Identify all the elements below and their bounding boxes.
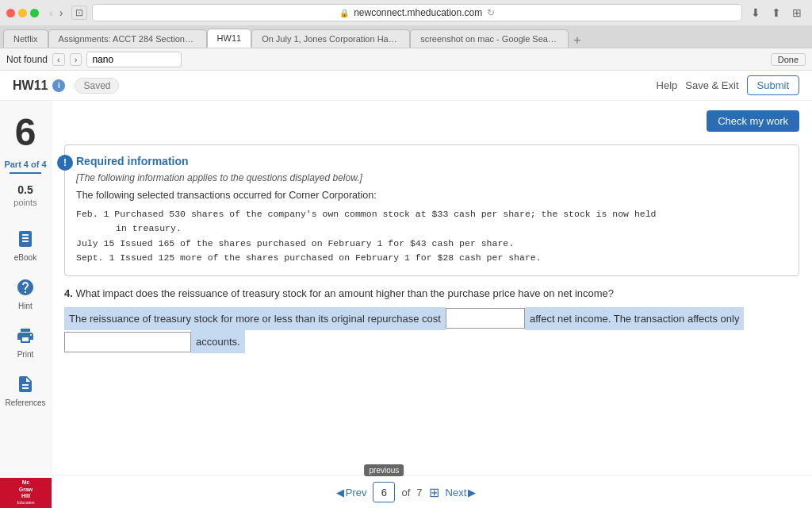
points-label: points bbox=[13, 198, 36, 207]
share-btn[interactable]: ⬆ bbox=[768, 5, 785, 21]
forward-arrow[interactable]: › bbox=[57, 6, 66, 19]
next-arrow-icon: ▶ bbox=[468, 487, 476, 498]
content-area: Check my work ! Required information [Th… bbox=[52, 101, 812, 475]
browser-controls bbox=[6, 9, 39, 17]
find-done-btn[interactable]: Done bbox=[771, 53, 806, 66]
download-btn[interactable]: ⬇ bbox=[747, 5, 764, 21]
points-value: 0.5 bbox=[17, 183, 33, 196]
ebook-icon bbox=[13, 226, 38, 252]
bottom-nav: ◀ Prev previous of 7 ⊞ Next ▶ bbox=[0, 475, 812, 508]
find-bar: Not found ‹ › Done bbox=[0, 48, 812, 71]
tab-netflix[interactable]: Netflix bbox=[3, 29, 48, 48]
info-box-subtitle: [The following information applies to th… bbox=[76, 172, 787, 183]
part-label: Part 4 of 4 bbox=[4, 160, 46, 169]
browser-chrome: ‹ › ⊡ 🔒 newconnect.mheducation.com ↻ ⬇ ⬆… bbox=[0, 0, 812, 48]
info-box-title: Required information bbox=[76, 155, 787, 167]
browser-tabs: Netflix Assignments: ACCT 284 Sections A… bbox=[0, 25, 812, 48]
top-actions: Help Save & Exit Submit bbox=[657, 75, 799, 95]
top-bar: HW11 i Saved Help Save & Exit Submit bbox=[0, 71, 812, 101]
transaction-line-2: in treasury. bbox=[76, 221, 787, 236]
references-btn[interactable]: References bbox=[2, 367, 48, 412]
question-area: 4. What impact does the reissuance of tr… bbox=[64, 287, 799, 354]
question-label: 4. What impact does the reissuance of tr… bbox=[64, 287, 799, 299]
check-my-work-btn[interactable]: Check my work bbox=[707, 110, 799, 132]
hint-label: Hint bbox=[18, 302, 33, 310]
find-next-btn[interactable]: › bbox=[70, 53, 82, 66]
ebook-label: eBook bbox=[14, 253, 36, 262]
question-number-bold: 4. bbox=[64, 287, 73, 299]
page-number-wrapper: previous bbox=[373, 482, 395, 502]
tab-google[interactable]: screenshot on mac - Google Search bbox=[410, 29, 569, 48]
print-icon bbox=[13, 323, 38, 348]
browser-titlebar: ‹ › ⊡ 🔒 newconnect.mheducation.com ↻ ⬇ ⬆… bbox=[0, 0, 812, 25]
print-label: Print bbox=[17, 350, 34, 359]
hw-title: HW11 i bbox=[13, 79, 65, 93]
answer-text-part1: The reissuance of treasury stock for mor… bbox=[64, 307, 446, 330]
total-pages: 7 bbox=[416, 487, 422, 498]
url-text: newconnect.mheducation.com bbox=[354, 7, 482, 18]
main-layout: 6 Part 4 of 4 0.5 points eBook Hint bbox=[0, 101, 812, 475]
answer-text-part3: accounts. bbox=[191, 330, 245, 353]
answer-input-2[interactable] bbox=[64, 332, 191, 352]
mcgraw-hill-logo: McGrawHillEducation bbox=[0, 478, 52, 508]
grid-view-btn[interactable]: ⊞ bbox=[429, 485, 439, 500]
transaction-text: Feb. 1 Purchased 530 shares of the compa… bbox=[76, 207, 787, 266]
info-box: ! Required information [The following in… bbox=[64, 144, 799, 276]
address-bar[interactable]: 🔒 newconnect.mheducation.com ↻ bbox=[92, 4, 742, 21]
logo-text: McGrawHillEducation bbox=[17, 479, 34, 506]
maximize-btn[interactable] bbox=[30, 9, 39, 17]
window-arrange-btn[interactable]: ⊡ bbox=[71, 6, 87, 20]
saved-badge: Saved bbox=[75, 78, 119, 94]
more-btn[interactable]: ⊞ bbox=[788, 5, 806, 21]
exclamation-icon: ! bbox=[57, 155, 73, 171]
transaction-line-1: Feb. 1 Purchased 530 shares of the compa… bbox=[76, 207, 787, 221]
help-btn[interactable]: Help bbox=[657, 79, 678, 91]
print-btn[interactable]: Print bbox=[10, 318, 41, 364]
submit-btn[interactable]: Submit bbox=[747, 75, 799, 95]
left-sidebar: 6 Part 4 of 4 0.5 points eBook Hint bbox=[0, 101, 52, 475]
info-box-intro: The following selected transactions occu… bbox=[76, 190, 787, 201]
nav-arrows: ‹ › bbox=[47, 6, 65, 19]
save-exit-btn[interactable]: Save & Exit bbox=[685, 79, 738, 91]
tab-assignments[interactable]: Assignments: ACCT 284 Sections A and XW … bbox=[48, 29, 207, 48]
info-icon[interactable]: i bbox=[52, 79, 65, 92]
next-btn[interactable]: Next ▶ bbox=[446, 487, 477, 498]
answer-sentence: The reissuance of treasury stock for mor… bbox=[64, 307, 799, 354]
ebook-btn[interactable]: eBook bbox=[10, 221, 41, 267]
find-prev-btn[interactable]: ‹ bbox=[52, 53, 65, 66]
close-btn[interactable] bbox=[6, 9, 15, 17]
transaction-line-4: Sept. 1 Issued 125 more of the shares pu… bbox=[76, 251, 787, 265]
current-page-input[interactable] bbox=[373, 482, 395, 502]
lock-icon: 🔒 bbox=[339, 9, 349, 17]
part-underline bbox=[10, 172, 41, 174]
tab-hw11[interactable]: HW11 bbox=[207, 29, 252, 48]
back-arrow[interactable]: ‹ bbox=[47, 6, 56, 19]
answer-input-1[interactable] bbox=[446, 308, 525, 329]
references-label: References bbox=[5, 398, 45, 407]
question-text: What impact does the reissuance of treas… bbox=[75, 287, 614, 299]
prev-arrow-icon: ◀ bbox=[336, 487, 344, 498]
prev-label: Prev bbox=[346, 487, 367, 498]
prev-btn[interactable]: ◀ Prev bbox=[336, 487, 367, 498]
sidebar-icons: eBook Hint Print bbox=[2, 221, 48, 412]
hint-btn[interactable]: Hint bbox=[10, 270, 41, 315]
references-icon bbox=[13, 371, 38, 397]
hint-icon bbox=[13, 275, 38, 300]
next-label: Next bbox=[446, 487, 467, 498]
hw-title-text: HW11 bbox=[13, 79, 48, 93]
find-status: Not found bbox=[6, 54, 48, 65]
answer-text-part2: affect net income. The transaction affec… bbox=[525, 307, 745, 330]
page: HW11 i Saved Help Save & Exit Submit 6 P… bbox=[0, 71, 812, 508]
refresh-icon: ↻ bbox=[487, 7, 495, 18]
question-number: 6 bbox=[15, 114, 36, 152]
browser-actions: ⬇ ⬆ ⊞ bbox=[747, 5, 806, 21]
minimize-btn[interactable] bbox=[18, 9, 27, 17]
tab-jones[interactable]: On July 1, Jones Corporation Had The Fol… bbox=[251, 29, 410, 48]
new-tab-btn[interactable]: + bbox=[569, 33, 585, 48]
page-of-text: of bbox=[401, 487, 410, 498]
find-input[interactable] bbox=[86, 52, 182, 67]
transaction-line-3: July 15 Issued 165 of the shares purchas… bbox=[76, 237, 787, 251]
